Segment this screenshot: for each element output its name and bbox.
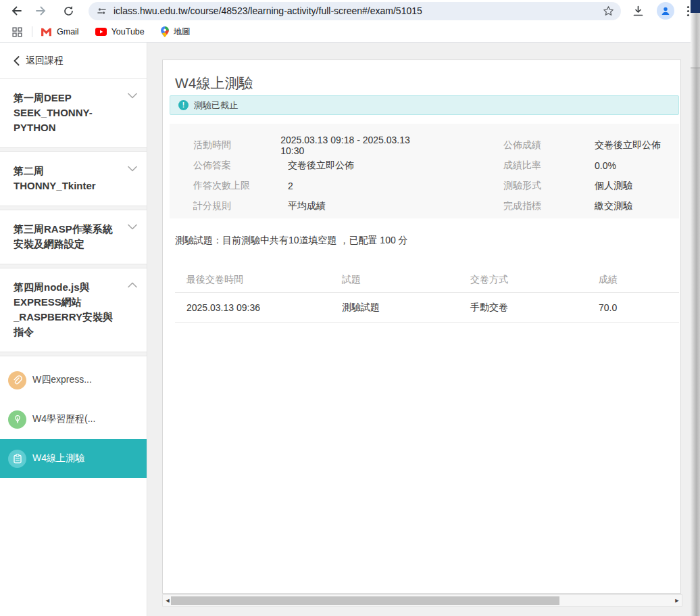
info-value: 個人測驗 [595,180,632,192]
sidebar-section-week1[interactable]: 第一周DEEP SEEK_THONNY-PYTHON [0,79,147,147]
gmail-icon [41,28,52,37]
chevron-down-icon [128,224,137,230]
horizontal-scrollbar-thumb[interactable] [171,596,559,605]
info-value: 交卷後立即公佈 [595,139,661,151]
download-icon[interactable] [632,5,645,18]
activity-label: W四express... [32,374,92,386]
activity-item-portfolio[interactable]: W4學習歷程(... [0,400,147,439]
section-divider [0,352,147,356]
activity-label: W4線上測驗 [32,452,84,465]
column-header: 最後交卷時間 [175,274,342,286]
exam-info-section: 活動時間 2025.03.13 09:18 - 2025.03.13 10:30… [170,124,679,218]
page-content: 返回課程 第一周DEEP SEEK_THONNY-PYTHON 第二周 THON… [0,43,691,616]
vertical-scrollbar-thumb[interactable] [691,13,700,68]
info-row: 公佈答案 交卷後立即公佈 [193,156,424,176]
bookmarks-divider [32,26,32,37]
section-divider [0,206,147,210]
activity-label: W4學習歷程(... [32,413,95,425]
chevron-down-icon [128,93,137,99]
vertical-scrollbar-top-cap [691,0,700,13]
reload-button[interactable] [61,3,76,18]
info-label: 公佈成績 [503,139,595,151]
bookmark-star-icon[interactable] [603,5,614,17]
chevron-down-icon [128,166,137,172]
info-label: 活動時間 [193,139,280,151]
course-sidebar: 返回課程 第一周DEEP SEEK_THONNY-PYTHON 第二周 THON… [0,43,147,616]
info-column-right: 公佈成績 交卷後立即公佈 成績比率 0.0% 測驗形式 個人測驗 完成指標 繳交… [424,135,679,218]
bookmark-maps[interactable]: 地圖 [161,26,191,38]
clipboard-icon [8,450,26,468]
activity-item-express[interactable]: W四express... [0,360,147,400]
site-info-icon[interactable] [97,6,107,16]
maps-pin-icon [161,26,169,37]
info-label: 計分規則 [193,200,288,212]
pen-icon [8,410,26,429]
attachment-icon [8,371,26,389]
info-row: 計分規則 平均成績 [193,196,424,216]
table-row[interactable]: 2025.03.13 09:36 測驗試題 手動交卷 70.0 [175,293,679,323]
sidebar-section-week3[interactable]: 第三周RASP作業系統 安裝及網路設定 [0,210,147,264]
sidebar-section-week4[interactable]: 第四周node.js與EXPRESS網站_RASPBERRY安裝與指令 [0,268,147,352]
info-value: 2 [288,181,293,191]
section-label: 第三周RASP作業系統 安裝及網路設定 [14,222,116,252]
vertical-scrollbar[interactable] [691,0,700,616]
back-label: 返回課程 [26,55,64,67]
section-divider [0,147,147,152]
exam-closed-alert: ! 測驗已截止 [170,95,679,115]
info-value: 交卷後立即公佈 [288,160,354,172]
horizontal-scrollbar[interactable]: ◄ ► [162,594,682,607]
section-divider [0,264,147,268]
info-label: 測驗形式 [503,180,595,192]
youtube-icon [95,28,107,36]
bookmark-gmail[interactable]: Gmail [41,27,79,37]
info-value: 平均成績 [288,200,326,212]
scroll-right-arrow-icon[interactable]: ► [672,595,682,606]
section-label: 第二周 THONNY_Tkinter [14,164,116,193]
info-value: 2025.03.13 09:18 - 2025.03.13 10:30 [280,135,424,156]
bookmark-label: YouTube [111,27,145,37]
info-value: 繳交測驗 [595,200,632,212]
chevron-up-icon [128,282,137,288]
bookmarks-bar: Gmail YouTube 地圖 [0,22,691,42]
info-label: 作答次數上限 [193,180,288,192]
info-column-left: 活動時間 2025.03.13 09:18 - 2025.03.13 10:30… [170,135,424,218]
info-row: 活動時間 2025.03.13 09:18 - 2025.03.13 10:30 [193,135,424,156]
cell-submit-method: 手動交卷 [470,302,599,314]
info-label: 完成指標 [503,200,595,212]
chevron-left-icon [14,56,20,66]
exam-panel: W4線上測驗 ! 測驗已截止 活動時間 2025.03.13 09:18 - 2… [162,60,681,594]
section-label: 第四周node.js與EXPRESS網站_RASPBERRY安裝與指令 [14,280,116,339]
info-label: 公佈答案 [193,160,288,172]
forward-button[interactable] [34,3,49,18]
url-text[interactable]: iclass.hwu.edu.tw/course/48523/learning-… [114,5,603,16]
section-label: 第一周DEEP SEEK_THONNY-PYTHON [14,91,116,135]
activity-item-online-quiz[interactable]: W4線上測驗 [0,439,147,478]
info-row: 完成指標 繳交測驗 [503,196,679,216]
bookmark-label: Gmail [57,27,79,37]
menu-dots-icon[interactable] [686,5,690,17]
alert-text: 測驗已截止 [194,99,238,112]
address-bar[interactable]: iclass.hwu.edu.tw/course/48523/learning-… [89,2,621,20]
cell-score: 70.0 [599,302,679,313]
cell-quiz-name: 測驗試題 [342,302,470,314]
info-label: 成績比率 [503,160,595,172]
column-header: 交卷方式 [470,274,599,286]
bookmark-youtube[interactable]: YouTube [95,27,145,37]
back-to-course-link[interactable]: 返回課程 [0,43,147,79]
quiz-description: 測驗試題：目前測驗中共有10道填空題 ，已配置 100 分 [175,235,408,247]
bookmark-label: 地圖 [174,26,191,38]
info-row: 公佈成績 交卷後立即公佈 [503,135,679,156]
submissions-table: 最後交卷時間 試題 交卷方式 成績 2025.03.13 09:36 測驗試題 … [175,267,679,323]
cell-submit-time: 2025.03.13 09:36 [175,302,342,313]
back-button[interactable] [8,3,23,18]
table-header-row: 最後交卷時間 試題 交卷方式 成績 [175,267,679,293]
info-row: 成績比率 0.0% [503,156,679,176]
profile-avatar[interactable] [657,2,674,20]
sidebar-section-week2[interactable]: 第二周 THONNY_Tkinter [0,152,147,206]
column-header: 成績 [599,274,679,286]
info-row: 測驗形式 個人測驗 [503,176,679,196]
apps-grid-icon[interactable] [12,27,22,37]
browser-toolbar: iclass.hwu.edu.tw/course/48523/learning-… [0,0,691,22]
info-row: 作答次數上限 2 [193,176,424,196]
info-icon: ! [178,100,189,110]
